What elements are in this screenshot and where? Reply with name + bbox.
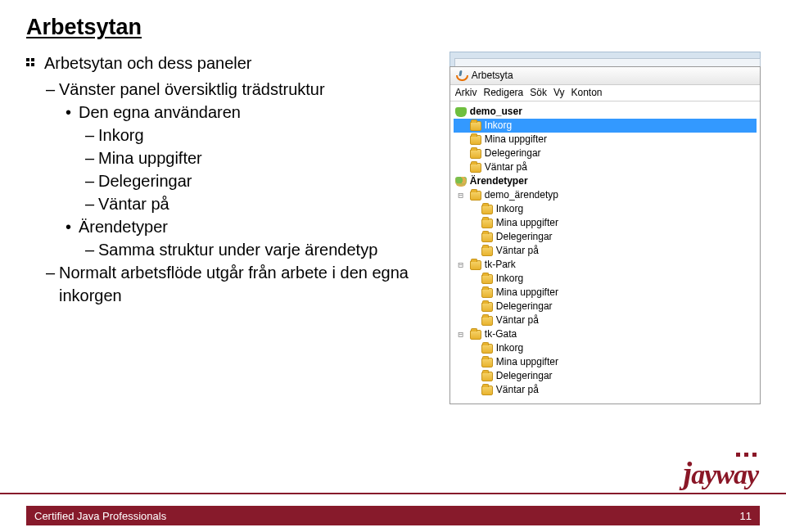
footer-text: Certified Java Professionals <box>34 510 166 522</box>
tree-label: Inkorg <box>485 119 512 132</box>
bullet-level4: Mina uppgifter <box>85 147 435 169</box>
menu-item[interactable]: Redigera <box>484 87 524 99</box>
folder-icon <box>481 358 493 367</box>
tree-label: demo_user <box>470 106 522 118</box>
menu-item[interactable]: Arkiv <box>455 87 477 99</box>
tree-expand-icon[interactable]: ⊟ <box>455 259 467 271</box>
tree-node-item[interactable]: Inkorg <box>454 119 757 133</box>
tree-node-item[interactable]: Delegeringar <box>454 300 757 313</box>
folder-icon <box>481 232 493 242</box>
bullet-level4: Väntar på <box>85 192 435 215</box>
tree-node-user[interactable]: demo_user <box>454 105 757 119</box>
tree-node-item[interactable]: Mina uppgifter <box>454 133 757 147</box>
bullet-level1: Arbetsytan och dess paneler <box>26 52 435 74</box>
bullet-level2: Normalt arbetsflöde utgår från arbete i … <box>46 261 435 307</box>
folder-icon <box>481 372 493 381</box>
tree-label: demo_ärendetyp <box>485 189 558 201</box>
tree-node-item[interactable]: Mina uppgifter <box>454 286 757 300</box>
tree-label: Väntar på <box>496 245 539 257</box>
java-icon <box>455 70 467 82</box>
tree-node-item[interactable]: Väntar på <box>454 313 757 327</box>
tree-node-type[interactable]: ⊟tk-Park <box>454 258 757 272</box>
folder-icon <box>470 135 481 145</box>
bullet-list: Arbetsytan och dess paneler Vänster pane… <box>26 52 435 307</box>
tree-label: Inkorg <box>496 273 523 285</box>
users-icon <box>455 177 467 187</box>
folder-icon <box>470 330 481 340</box>
bullet-level4: Delegeringar <box>85 169 435 192</box>
window-title: Arbetsyta <box>472 70 513 82</box>
tree-label: Väntar på <box>485 161 527 174</box>
tree-node-item[interactable]: Delegeringar <box>454 369 757 383</box>
bullet-text: Arbetsytan och dess paneler <box>44 52 252 74</box>
folder-icon <box>470 163 481 173</box>
folder-icon <box>481 302 493 312</box>
tree-label: Inkorg <box>496 342 523 354</box>
bullet-level3: Ärendetyper <box>66 215 435 238</box>
folder-icon <box>481 385 493 395</box>
tree-label: Delegeringar <box>485 147 541 160</box>
tree-label: Mina uppgifter <box>496 356 558 368</box>
tree-label: Delegeringar <box>496 300 553 313</box>
page-number: 11 <box>740 510 752 522</box>
tree-node-type[interactable]: ⊟tk-Gata <box>454 327 757 341</box>
tree-label: tk-Gata <box>485 328 517 340</box>
tree-label: tk-Park <box>485 259 516 271</box>
bullet-level4: Samma struktur under varje ärendetyp <box>85 238 435 261</box>
tree-node-item[interactable]: Mina uppgifter <box>454 355 757 369</box>
tree-label: Delegeringar <box>496 231 553 243</box>
folder-icon <box>481 344 493 354</box>
tree-label: Mina uppgifter <box>485 133 547 146</box>
folder-icon <box>470 149 481 159</box>
tree-node-type[interactable]: ⊟demo_ärendetyp <box>454 188 757 202</box>
tree-node-arendetyper[interactable]: Ärendetyper <box>454 174 757 188</box>
bullet-level3: Den egna användaren <box>66 101 435 124</box>
screenshot: Arbetsyta Arkiv Redigera Sök Vy Konton d… <box>449 52 760 307</box>
tree-label: Väntar på <box>496 384 539 396</box>
folder-icon <box>481 274 493 284</box>
tree-node-item[interactable]: Delegeringar <box>454 230 757 244</box>
workspace-window: Arbetsyta Arkiv Redigera Sök Vy Konton d… <box>449 66 761 404</box>
bullet-level2: Vänster panel översiktlig trädstruktur <box>46 78 435 101</box>
folder-icon <box>470 191 481 201</box>
tree-label: Mina uppgifter <box>496 286 558 299</box>
tree-label: Delegeringar <box>496 370 553 382</box>
tree-expand-icon[interactable]: ⊟ <box>455 190 467 201</box>
menu-item[interactable]: Vy <box>553 87 565 99</box>
menubar: Arkiv Redigera Sök Vy Konton <box>450 85 760 101</box>
menu-item[interactable]: Sök <box>530 87 547 99</box>
tree-label: Inkorg <box>496 203 523 215</box>
tree-node-item[interactable]: Mina uppgifter <box>454 216 757 230</box>
user-icon <box>455 107 467 117</box>
folder-icon <box>470 260 481 270</box>
folder-icon <box>481 288 493 298</box>
tree-node-item[interactable]: Inkorg <box>454 272 757 286</box>
tree-label: Väntar på <box>496 314 539 327</box>
window-titlebar[interactable]: Arbetsyta <box>450 67 760 85</box>
tree-label: Mina uppgifter <box>496 217 558 229</box>
folder-icon <box>481 219 493 228</box>
bullet-level4: Inkorg <box>85 124 435 147</box>
tree-panel: demo_user Inkorg Mina uppgifter Delegeri… <box>450 101 760 404</box>
tree-node-item[interactable]: Inkorg <box>454 341 757 355</box>
folder-icon <box>481 246 493 256</box>
tree-node-item[interactable]: Väntar på <box>454 160 757 174</box>
folder-icon <box>481 205 493 214</box>
tree-node-item[interactable]: Inkorg <box>454 202 757 216</box>
footer-bar: Certified Java Professionals 11 <box>26 506 760 525</box>
folder-icon <box>470 121 481 131</box>
tree-label: Ärendetyper <box>470 175 528 187</box>
bullet-marker-icon <box>26 58 36 66</box>
company-logo: jayway <box>684 453 758 491</box>
folder-icon <box>481 316 493 326</box>
logo-text: jayway <box>684 455 758 491</box>
footer-divider <box>0 493 786 494</box>
tree-node-item[interactable]: Delegeringar <box>454 147 757 160</box>
tree-expand-icon[interactable]: ⊟ <box>455 329 467 340</box>
tree-node-item[interactable]: Väntar på <box>454 383 757 397</box>
slide-title: Arbetsytan <box>26 15 760 40</box>
tree-node-item[interactable]: Väntar på <box>454 244 757 258</box>
menu-item[interactable]: Konton <box>571 87 602 99</box>
